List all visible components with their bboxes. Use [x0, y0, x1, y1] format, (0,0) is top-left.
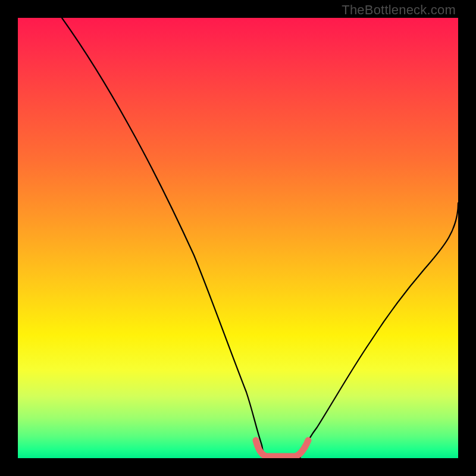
left-curve — [62, 18, 264, 458]
plot-area — [18, 18, 458, 458]
watermark-text: TheBottleneck.com — [342, 2, 456, 18]
right-curve — [300, 203, 458, 458]
chart-frame: TheBottleneck.com — [0, 0, 476, 476]
bottom-marker — [256, 440, 308, 456]
curves-svg — [18, 18, 458, 458]
